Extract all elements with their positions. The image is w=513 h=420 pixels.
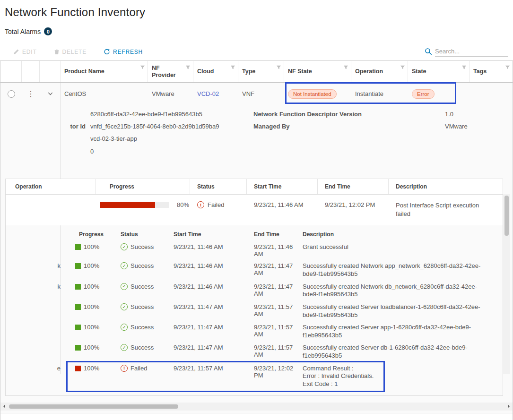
filter-icon[interactable] (461, 65, 467, 70)
row-radio-button[interactable] (8, 90, 15, 98)
sub-operation-description: Successfully created Network app_network… (303, 262, 503, 278)
grid-footer: Instances per page 10 1 - 1 of 1 instanc… (0, 413, 513, 420)
descriptor-version-value: 1.0 (445, 111, 453, 118)
operation-description: Post Interface Script execution failed (389, 201, 503, 218)
total-alarms: Total Alarms 0 (5, 27, 513, 35)
toolbar: EDIT DELETE REFRESH (13, 47, 508, 57)
status-text: Failed (208, 201, 224, 208)
column-header-nf-state[interactable]: NF State (284, 61, 351, 82)
column-header-nf-provider[interactable]: NF Provider (148, 61, 193, 82)
filter-icon[interactable] (230, 65, 235, 70)
start-time: 9/23/21, 11:57 AM (174, 365, 254, 372)
cell-product-name: CentOS (61, 90, 148, 97)
start-time: 9/23/21, 11:47 AM (174, 324, 254, 331)
progress-bar (100, 202, 169, 208)
nf-state-badge: Not Instantiated (288, 89, 337, 99)
status-text: Success (130, 324, 154, 331)
clipped-operation-text: k (6, 262, 61, 269)
sub-operation-description: Command Result : Error : Invalid Credent… (303, 365, 503, 388)
trash-icon (54, 49, 60, 55)
start-time: 9/23/21, 11:46 AM (247, 201, 318, 208)
vertical-scrollbar-thumb[interactable] (504, 196, 509, 236)
filter-icon[interactable] (343, 65, 348, 70)
operation-sub-row: 100% Success 9/23/21, 11:47 AM 9/23/21, … (6, 342, 503, 362)
scroll-left-arrow[interactable] (0, 403, 8, 411)
filter-icon[interactable] (140, 65, 145, 70)
failed-icon (197, 201, 204, 208)
end-time: 9/23/21, 11:47 AM (254, 262, 303, 276)
status-icon (121, 243, 128, 250)
status-icon (121, 324, 128, 331)
filter-icon[interactable] (185, 65, 191, 70)
nf-instance-id: 6280c6ff-da32-42ee-bde9-f1eb995643b5 (90, 111, 202, 118)
progress-square-icon (75, 284, 81, 290)
instances-per-page-select[interactable]: 10 (423, 419, 443, 420)
status-text: Success (130, 303, 154, 310)
chevron-down-icon[interactable] (47, 91, 53, 97)
progress-percent-label: 80% (177, 201, 189, 208)
nf-instance-row: ⋮ CentOS VMware VCD-02 VNF Not Instantia… (0, 83, 513, 105)
horizontal-scrollbar-thumb[interactable] (9, 404, 178, 409)
operation-sub-row: 100% Success 9/23/21, 11:47 AM 9/23/21, … (6, 301, 503, 321)
search-icon (425, 48, 432, 57)
total-alarms-badge: 0 (44, 27, 52, 35)
column-header-type[interactable]: Type (238, 61, 284, 82)
filter-icon[interactable] (400, 65, 405, 70)
delete-button[interactable]: DELETE (54, 49, 87, 55)
managed-by-label: Managed By (253, 123, 290, 130)
managed-by-value: VMware (445, 123, 468, 130)
filter-icon[interactable] (276, 65, 281, 70)
progress-percent-label: 100% (84, 243, 99, 250)
column-header-cloud[interactable]: Cloud (193, 61, 238, 82)
column-header-operation[interactable]: Operation (351, 61, 408, 82)
end-time: 9/23/21, 11:57 AM (254, 344, 303, 358)
sub-rows: 100% Success 9/23/21, 11:46 AM 9/23/21, … (6, 241, 503, 390)
progress-percent-label: 100% (84, 262, 99, 269)
operations-header-row: Operation Progress Status Start Time End… (6, 179, 503, 195)
cell-nf-provider: VMware (148, 90, 193, 97)
scroll-right-arrow[interactable] (505, 403, 513, 411)
select-all-column-header (0, 61, 22, 82)
refresh-button[interactable]: REFRESH (104, 49, 143, 55)
end-time: 9/23/21, 12:02 PM (254, 365, 303, 379)
status-icon (121, 283, 128, 290)
operation-sub-row: k 100% Success 9/23/21, 11:46 AM 9/23/21… (6, 281, 503, 301)
search-box (425, 47, 508, 57)
status-text: Failed (130, 365, 147, 372)
cell-operation: Instantiate (351, 90, 408, 97)
catalog-link[interactable]: vcd-02-3-tier-app (90, 135, 137, 142)
search-input[interactable] (435, 47, 508, 57)
cloud-link[interactable]: VCD-02 (197, 90, 219, 97)
filter-icon[interactable] (505, 65, 510, 70)
network-function-inventory-page: Network Function Inventory Total Alarms … (0, 0, 513, 420)
kebab-menu-icon[interactable]: ⋮ (27, 90, 35, 98)
grid-header-row: Product Name NF Provider Cloud Type NF S… (0, 61, 513, 83)
clipped-operation-text: e (6, 365, 61, 372)
edit-button[interactable]: EDIT (13, 49, 37, 55)
operation-main-row: 80% Failed 9/23/21, 11:46 AM 9/23/21, 12… (6, 195, 503, 225)
status-text: Success (130, 344, 154, 351)
progress-percent-label: 100% (84, 324, 99, 331)
horizontal-scrollbar[interactable] (0, 403, 513, 411)
sub-operation-description: Grant successful (303, 243, 503, 251)
column-header-tags[interactable]: Tags (470, 61, 513, 82)
detail-alarm-count: 0 (90, 148, 94, 155)
operation-sub-row: e 100% Failed 9/23/21, 11:57 AM 9/23/21,… (6, 362, 503, 391)
column-header-product-name[interactable]: Product Name (61, 61, 148, 82)
sub-operation-description: Successfully created Network db_network_… (303, 283, 503, 299)
start-time: 9/23/21, 11:46 AM (174, 243, 254, 250)
progress-square-icon (75, 263, 81, 269)
column-header-state[interactable]: State (408, 61, 470, 82)
page-title: Network Function Inventory (5, 6, 513, 19)
descriptor-id-value: vnfd_f6ce215b-185f-4064-8eb0-a2d9b1d59ba… (90, 123, 219, 130)
end-time: 9/23/21, 11:57 AM (254, 303, 303, 317)
status-icon (121, 303, 128, 310)
progress-percent-label: 100% (84, 365, 99, 372)
vertical-scrollbar[interactable] (503, 194, 510, 374)
operation-sub-row: 100% Success 9/23/21, 11:47 AM 9/23/21, … (6, 321, 503, 342)
progress-percent-label: 100% (84, 303, 99, 310)
refresh-icon (104, 49, 110, 55)
progress-square-icon (75, 366, 81, 371)
chevron-down-icon (436, 419, 441, 420)
sub-operation-description: Successfully created Server db-1-6280c6f… (303, 344, 503, 360)
